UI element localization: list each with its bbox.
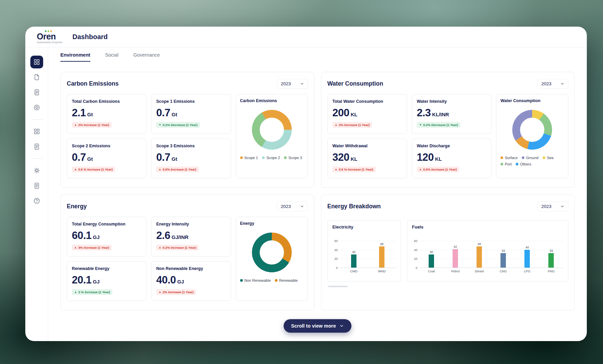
bar-value-label: 42 <box>454 245 457 248</box>
legend-dot <box>284 156 287 159</box>
metric-label: Scope 2 Emissions <box>72 144 141 148</box>
bar-value-label: 48 <box>478 242 481 246</box>
chart-title: Energy <box>240 221 304 226</box>
metric-label: Water Withdrawal <box>333 144 402 148</box>
bar <box>477 246 482 268</box>
x-axis-label: CMD <box>350 269 357 273</box>
metric-value: 40.0GJ <box>156 274 226 286</box>
legend-label: Others <box>520 162 531 166</box>
metric-tile: Total Carbon Emissions 2.1Gt ▲2% Increas… <box>67 94 146 134</box>
x-axis-label: WND <box>378 269 386 273</box>
legend-item: Renewable <box>275 278 298 282</box>
metric-tile: Total Water Consumption 200KL ▲2% Increa… <box>327 94 407 134</box>
metric-tile: Energy Intensity 2.6GJ/INR ▲0.2% Increas… <box>151 217 231 256</box>
donut-hole <box>260 118 284 142</box>
chevron-down-icon <box>300 82 304 86</box>
year-select[interactable]: 2023 <box>538 79 568 89</box>
chart-legend: Scope 1Scope 2Scope 3 <box>240 156 304 160</box>
trend-badge: ▲3% Increase (1 Year) <box>72 245 112 250</box>
tab-governance[interactable]: Governance <box>133 52 160 62</box>
legend-label: Non Renewable <box>245 278 271 282</box>
trend-badge: ▲0.5% Increase (1 Year) <box>156 166 199 172</box>
card-title: Energy Breakdown <box>327 203 381 210</box>
metric-value: 2.1Gt <box>72 107 141 119</box>
metric-tile: Total Energy Consumption 60.1GJ ▲3% Incr… <box>67 217 146 256</box>
sidebar-item-records[interactable] <box>30 140 43 153</box>
x-axis-label: LPG <box>524 269 530 273</box>
y-axis: 6040200 <box>412 241 420 268</box>
legend-dot <box>522 156 524 159</box>
legend-dot <box>240 156 243 159</box>
year-select[interactable]: 2023 <box>538 202 568 211</box>
sidebar-item-file[interactable] <box>30 71 43 84</box>
apps-grid-icon <box>33 128 40 135</box>
metric-label: Water Discharge <box>417 144 486 148</box>
legend-dot <box>543 156 545 159</box>
trend-badge: ▲0.5% Increase (1 Year) <box>417 166 459 172</box>
bar <box>429 254 434 268</box>
y-axis-tick: 0 <box>336 266 338 270</box>
legend-label: Port <box>505 162 512 166</box>
legend-item: Non Renewable <box>240 278 271 282</box>
legend-item: Port <box>500 162 512 166</box>
legend-item: Sea <box>543 156 554 160</box>
chart-legend: Non RenewableRenewable <box>240 278 304 282</box>
x-axis-label: CNG <box>500 269 507 273</box>
tab-social[interactable]: Social <box>105 52 119 62</box>
sidebar-item-goals[interactable] <box>30 101 43 114</box>
x-axis-label: Diesel <box>475 269 484 273</box>
sidebar <box>25 48 48 341</box>
legend-dot <box>516 163 518 165</box>
year-select[interactable]: 2023 <box>277 79 308 89</box>
file-icon <box>33 73 40 81</box>
x-axis-label: PNG <box>548 269 555 273</box>
year-select[interactable]: 2023 <box>277 202 308 211</box>
sidebar-item-apps[interactable] <box>30 125 43 138</box>
scroll-more-button[interactable]: Scroll to view more <box>284 319 351 333</box>
legend-item: Scope 1 <box>240 156 258 160</box>
gear-icon <box>33 167 40 174</box>
trend-badge: ▲0.5 % Increase (1 Year) <box>333 166 376 172</box>
water-donut-chart <box>512 110 552 150</box>
card-title: Energy <box>67 203 87 210</box>
metric-value: 320KL <box>333 151 402 163</box>
plot-area: 30CMD48WND <box>340 241 396 268</box>
sidebar-item-documents[interactable] <box>30 179 43 192</box>
carbon-emissions-card: Carbon Emissions 2023 Total Carbon Emiss… <box>60 72 314 188</box>
y-axis: 6040200 <box>333 241 340 268</box>
tab-environment[interactable]: Environment <box>60 52 90 62</box>
horizontal-scrollbar[interactable] <box>328 286 348 287</box>
sidebar-item-settings[interactable] <box>30 164 43 177</box>
trend-badge: ▲0.5 % Increase (1 Year) <box>72 166 115 172</box>
desktop-background: Oren Sustainability Simplified Dashboard <box>0 0 603 364</box>
sidebar-item-report[interactable] <box>30 86 43 99</box>
energy-breakdown-card: Energy Breakdown 2023 Electricity 604020… <box>321 194 575 310</box>
trend-up-icon: ▲ <box>159 291 161 294</box>
metric-tile: Scope 1 Emissions 0.7Gt ▼0.2% Decrease (… <box>151 94 231 134</box>
sidebar-item-dashboard[interactable] <box>30 56 43 68</box>
donut-hole <box>520 118 544 142</box>
metric-value: 60.1GJ <box>72 230 141 242</box>
dashboard-grid-icon <box>33 58 40 66</box>
legend-dot <box>500 163 503 165</box>
sidebar-item-help[interactable] <box>30 194 43 207</box>
metric-tile: Water Withdrawal 320KL ▲0.5 % Increase (… <box>327 139 407 178</box>
bar-value-label: 33 <box>501 249 505 252</box>
bar-wnd: 48WND <box>376 241 387 268</box>
bar-cmd: 30CMD <box>348 241 360 268</box>
trend-up-icon: ▲ <box>74 246 77 249</box>
legend-label: Sea <box>547 156 554 160</box>
records-icon <box>33 143 40 150</box>
chart-title: Carbon Emissions <box>240 98 304 103</box>
metric-value: 0.7Gt <box>156 151 226 163</box>
mini-chart-title: Fuels <box>412 224 564 230</box>
trend-down-icon: ▼ <box>419 124 422 126</box>
x-axis-label: Coal <box>428 269 435 273</box>
trend-badge: ▲3 % Increase (1 Year) <box>72 289 112 295</box>
energy-card: Energy 2023 Total Energy Consumption 60.… <box>60 194 314 310</box>
y-axis-tick: 40 <box>334 248 338 252</box>
legend-label: Scope 2 <box>266 156 280 160</box>
water-consumption-card: Water Consumption 2023 Total Water Consu… <box>321 72 575 188</box>
target-icon <box>33 104 40 111</box>
bar-diesel: 48Diesel <box>473 241 485 268</box>
